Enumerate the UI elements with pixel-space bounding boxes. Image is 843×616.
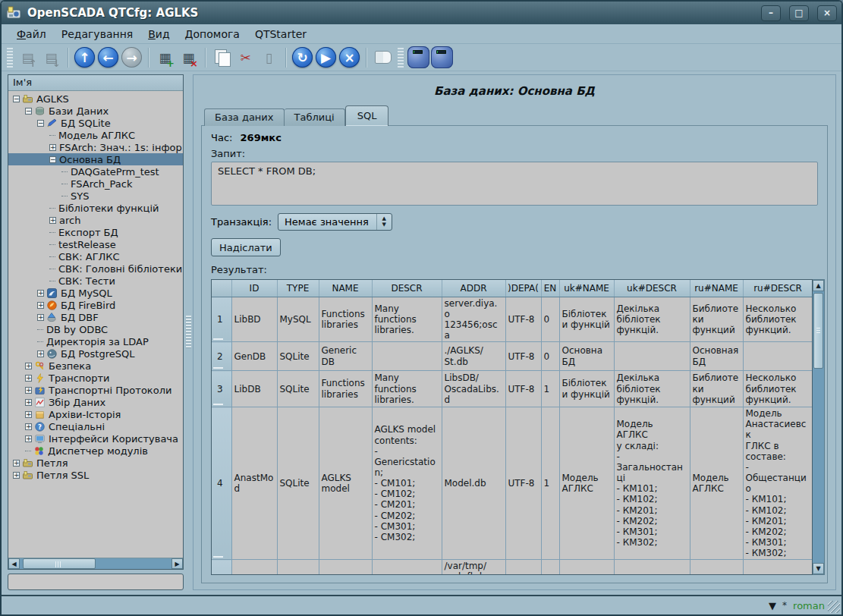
expand-icon[interactable]: +: [25, 387, 32, 394]
delete-item-icon[interactable]: ▦×: [178, 46, 200, 68]
table-cell[interactable]: Модель Анастасиевск ГЛКС в составе: - Об…: [743, 407, 813, 560]
scroll-right-icon[interactable]: ▶: [171, 558, 183, 569]
table-cell[interactable]: [743, 560, 813, 575]
column-header[interactable]: TYPE: [277, 280, 319, 297]
table-cell[interactable]: [614, 342, 690, 371]
status-user[interactable]: roman: [793, 600, 825, 611]
tree-item[interactable]: +Інтерфейси Користувача: [8, 432, 183, 445]
table-cell[interactable]: Модель АГЛКС: [690, 407, 743, 560]
tree-item[interactable]: +FSArch: Знач.: 1s: інфор: [8, 141, 183, 153]
expand-icon[interactable]: +: [37, 302, 44, 309]
qtstarter-vision-icon[interactable]: [431, 46, 453, 68]
table-cell[interactable]: Бібліотеки функцій: [559, 371, 614, 407]
table-cell[interactable]: 1: [541, 371, 559, 407]
expand-icon[interactable]: +: [25, 375, 32, 382]
collapse-icon[interactable]: −: [13, 96, 20, 102]
tree-item[interactable]: +БД MySQL: [8, 287, 183, 299]
tree-item[interactable]: СВК: АГЛКС: [8, 250, 183, 262]
toolbar-handle[interactable]: [398, 48, 404, 68]
tree-item[interactable]: −AGLKS: [8, 93, 183, 105]
column-header[interactable]: ru#NAME: [690, 280, 743, 297]
expand-icon[interactable]: +: [37, 314, 44, 321]
reload-icon[interactable]: ↻: [292, 47, 313, 68]
row-number[interactable]: 2: [212, 342, 231, 371]
collapse-icon[interactable]: −: [37, 120, 44, 127]
table-cell[interactable]: AnastMod: [231, 407, 277, 560]
table-cell[interactable]: SQLite: [277, 371, 319, 407]
row-number[interactable]: 1: [212, 297, 231, 342]
expand-icon[interactable]: +: [25, 363, 32, 369]
scroll-down-icon[interactable]: ▼: [813, 563, 824, 574]
table-vscrollbar[interactable]: ▲ ▼: [813, 279, 825, 575]
expand-icon[interactable]: +: [25, 435, 32, 442]
tree-item[interactable]: Бібліотеки функцій: [8, 202, 183, 214]
expand-icon[interactable]: +: [37, 290, 44, 297]
table-cell[interactable]: Декілька бібліотек функцій.: [614, 297, 690, 342]
tree-item-selected[interactable]: −Основна БД: [8, 153, 183, 165]
tree-item[interactable]: +БД DBF: [8, 311, 183, 323]
expand-icon[interactable]: +: [25, 411, 32, 418]
column-header[interactable]: uk#DESCR: [614, 280, 690, 297]
tree-item[interactable]: Директорія за LDAP: [8, 335, 183, 347]
table-cell[interactable]: FireBird: [277, 560, 319, 575]
column-header[interactable]: uk#NAME: [559, 280, 614, 297]
column-header[interactable]: DESCR: [372, 280, 442, 297]
minimize-button[interactable]: –: [761, 5, 781, 21]
tree-item[interactable]: +Петля: [8, 457, 183, 469]
query-textarea[interactable]: SELECT * FROM DB;: [211, 162, 818, 206]
expand-icon[interactable]: +: [25, 423, 32, 430]
tree-item[interactable]: SYS: [8, 190, 183, 202]
tree-item[interactable]: +?Спеціальні: [8, 420, 183, 432]
table-cell[interactable]: UTF-8: [505, 407, 541, 560]
expand-icon[interactable]: +: [25, 399, 32, 406]
column-header[interactable]: EN: [541, 280, 559, 297]
table-cell[interactable]: arch: [231, 560, 277, 575]
table-cell[interactable]: Основна БД: [559, 342, 614, 371]
table-cell[interactable]: UTF-8: [505, 371, 541, 407]
table-cell[interactable]: ./AGLKS/ St.db: [442, 342, 505, 371]
table-cell[interactable]: LibBD: [231, 297, 277, 342]
manual-icon[interactable]: [372, 46, 394, 68]
tree-item[interactable]: +БД PostgreSQL: [8, 347, 183, 360]
row-number[interactable]: 3: [212, 371, 231, 407]
scroll-up-icon[interactable]: ▲: [813, 280, 824, 291]
table-cell[interactable]: 1: [541, 407, 559, 560]
close-button[interactable]: ×: [817, 5, 837, 21]
table-cell[interactable]: Библиотеки функций: [690, 297, 743, 342]
expand-icon[interactable]: +: [13, 472, 20, 479]
tree-hscrollbar-thumb[interactable]: [23, 558, 96, 569]
table-cell[interactable]: GenDB: [231, 342, 277, 371]
cut-item-icon[interactable]: ✂: [234, 46, 256, 68]
collapse-icon[interactable]: −: [49, 156, 56, 163]
tree-item[interactable]: +arch: [8, 214, 183, 226]
table-cell[interactable]: Модель АГЛКС у складі: - Загальностанці …: [614, 407, 690, 560]
column-header[interactable]: ADDR: [442, 280, 505, 297]
table-cell[interactable]: [559, 560, 614, 575]
table-cell[interactable]: UTF-8: [505, 297, 541, 342]
row-number[interactable]: 5: [212, 560, 231, 575]
table-cell[interactable]: Functions libraries: [319, 297, 372, 342]
qtstarter-qtcfg-icon[interactable]: [407, 46, 429, 68]
tree-item[interactable]: DAQGatePrm_test: [8, 165, 183, 178]
up-level-icon[interactable]: ↑: [74, 47, 95, 68]
table-cell[interactable]: LibDB: [231, 371, 277, 407]
tree-item[interactable]: DB by ODBC: [8, 323, 183, 335]
splitter-grip[interactable]: [186, 316, 191, 349]
column-header[interactable]: ru#DESCR: [743, 280, 813, 297]
table-cell[interactable]: MySQL: [277, 297, 319, 342]
resize-grip[interactable]: [828, 601, 840, 613]
tab-sql[interactable]: SQL: [345, 105, 389, 126]
tree-item[interactable]: СВК: Головні бібліотеки: [8, 262, 183, 275]
column-header[interactable]: ID: [231, 280, 277, 297]
tree-item[interactable]: −БД SQLite: [8, 117, 183, 129]
tree-item[interactable]: +Безпека: [8, 360, 183, 372]
table-cell[interactable]: Декілька бібліотек функцій.: [614, 371, 690, 407]
menu-help[interactable]: Допомога: [178, 26, 247, 42]
back-icon[interactable]: ←: [98, 47, 118, 68]
toolbar-handle[interactable]: [7, 48, 13, 68]
tree-item[interactable]: Диспетчер модулів: [8, 445, 183, 457]
send-button[interactable]: Надіслати: [211, 238, 281, 256]
corner-header[interactable]: [212, 280, 231, 297]
maximize-button[interactable]: □: [789, 5, 809, 21]
table-cell[interactable]: [743, 342, 813, 371]
